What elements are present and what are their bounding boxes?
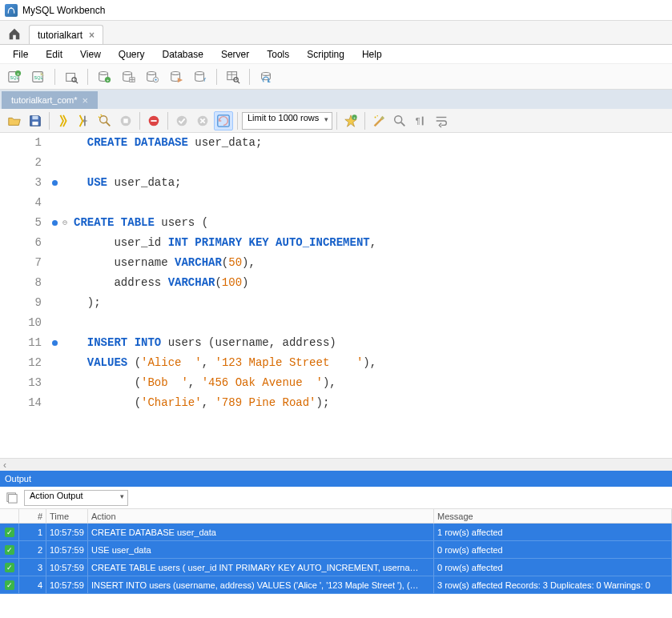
execute-icon[interactable] <box>54 111 73 130</box>
statement-marker <box>46 213 62 233</box>
db-add-icon[interactable]: + <box>95 67 114 86</box>
menu-query[interactable]: Query <box>111 46 153 62</box>
row-message: 0 row(s) affected <box>434 559 672 576</box>
output-row[interactable]: ✓310:57:59CREATE TABLE users ( user_id I… <box>0 559 672 576</box>
line-number: 13 <box>0 373 42 393</box>
stop-icon[interactable] <box>116 111 135 130</box>
horizontal-scroll-indicator[interactable]: ‹ <box>0 458 672 471</box>
code-line[interactable]: VALUES ('Alice ', '123 Maple Street '), <box>74 353 672 373</box>
row-num: 2 <box>19 541 46 558</box>
output-row[interactable]: ✓210:57:59USE user_data0 row(s) affected <box>0 541 672 559</box>
editor-tab-strip: tutorialkart_com* × <box>0 90 672 109</box>
rollback-icon[interactable] <box>193 111 212 130</box>
output-table: # Time Action Message ✓110:57:59CREATE D… <box>0 509 672 618</box>
output-row[interactable]: ✓410:57:59INSERT INTO users (username, a… <box>0 576 672 594</box>
db-view-icon[interactable] <box>143 67 162 86</box>
output-row[interactable]: ✓110:57:59CREATE DATABASE user_data1 row… <box>0 524 672 541</box>
code-line[interactable]: USE user_data; <box>74 173 672 193</box>
row-action: CREATE TABLE users ( user_id INT PRIMARY… <box>88 559 434 576</box>
sql-editor[interactable]: 1234567891011121314 ⊖ CREATE DATABASE us… <box>0 133 672 458</box>
svg-point-45 <box>377 114 378 115</box>
svg-point-19 <box>155 78 156 80</box>
svg-line-9 <box>75 81 78 83</box>
db-table-icon[interactable] <box>119 67 138 86</box>
code-line[interactable]: CREATE DATABASE user_data; <box>74 133 672 153</box>
invisible-chars-icon[interactable]: ¶ <box>411 111 430 130</box>
row-num: 4 <box>19 576 46 593</box>
home-button[interactable] <box>3 23 26 44</box>
save-icon[interactable] <box>26 111 45 130</box>
statement-marker <box>46 313 62 333</box>
explain-icon[interactable] <box>95 111 115 130</box>
toolbar-separator <box>249 69 250 85</box>
col-action: Action <box>88 509 434 523</box>
db-func-icon[interactable]: f <box>191 67 210 86</box>
svg-text:+: + <box>107 77 109 82</box>
status-cell: ✓ <box>0 541 19 558</box>
menu-server[interactable]: Server <box>213 46 257 62</box>
scroll-left-icon[interactable]: ‹ <box>3 459 6 471</box>
inspector-icon[interactable] <box>62 67 81 86</box>
wrap-icon[interactable] <box>432 111 451 130</box>
code-line[interactable]: ); <box>74 293 672 313</box>
output-type-select[interactable]: Action Output <box>24 490 128 506</box>
search-table-icon[interactable] <box>223 67 243 86</box>
db-proc-icon[interactable] <box>167 67 186 86</box>
code-line[interactable]: CREATE TABLE users ( <box>74 213 672 233</box>
stop-on-error-icon[interactable] <box>144 111 163 130</box>
connection-tab[interactable]: tutorialkart × <box>29 25 103 44</box>
code-line[interactable]: ('Bob ', '456 Oak Avenue '), <box>74 373 672 393</box>
svg-line-27 <box>237 81 239 83</box>
toolbar-separator <box>237 112 238 130</box>
row-limit-select[interactable]: Limit to 1000 rows <box>242 112 332 130</box>
execute-current-icon[interactable] <box>74 111 94 130</box>
menu-file[interactable]: File <box>5 46 36 62</box>
menu-edit[interactable]: Edit <box>38 46 70 62</box>
fold-toggle[interactable]: ⊖ <box>62 213 74 233</box>
reconnect-icon[interactable] <box>256 67 276 86</box>
code-line[interactable]: INSERT INTO users (username, address) <box>74 333 672 353</box>
output-controls: Action Output <box>0 487 672 509</box>
snippets-icon[interactable]: + <box>341 111 360 130</box>
code-line[interactable] <box>74 153 672 173</box>
find-icon[interactable] <box>390 111 409 130</box>
toolbar-separator <box>49 112 50 130</box>
code-line[interactable] <box>74 193 672 213</box>
code-line[interactable]: user_id INT PRIMARY KEY AUTO_INCREMENT, <box>74 233 672 253</box>
output-panel-header: Output <box>0 471 672 487</box>
code-line[interactable]: ('Charlie', '789 Pine Road'); <box>74 393 672 413</box>
menu-database[interactable]: Database <box>155 46 211 62</box>
code-content[interactable]: CREATE DATABASE user_data; USE user_data… <box>74 133 672 458</box>
menu-scripting[interactable]: Scripting <box>299 46 352 62</box>
svg-rect-29 <box>32 121 38 125</box>
close-icon[interactable]: × <box>82 94 89 106</box>
fold-toggle <box>62 153 74 173</box>
code-line[interactable] <box>74 313 672 333</box>
menu-help[interactable]: Help <box>354 46 390 62</box>
row-time: 10:57:59 <box>46 541 88 558</box>
output-layout-icon[interactable] <box>5 491 19 505</box>
line-number: 8 <box>0 273 42 293</box>
menu-view[interactable]: View <box>72 46 109 62</box>
row-limit-label: Limit to 1000 rows <box>247 113 319 122</box>
code-line[interactable]: username VARCHAR(50), <box>74 253 672 273</box>
code-line[interactable]: address VARCHAR(100) <box>74 273 672 293</box>
line-number: 10 <box>0 313 42 333</box>
editor-tab[interactable]: tutorialkart_com* × <box>2 91 98 109</box>
row-time: 10:57:59 <box>46 559 88 576</box>
close-icon[interactable]: × <box>89 30 95 41</box>
open-sql-file-icon[interactable]: SQL <box>29 67 48 86</box>
svg-rect-30 <box>32 115 38 119</box>
svg-text:¶: ¶ <box>416 115 421 125</box>
statement-dot-icon <box>52 220 58 226</box>
title-bar: MySQL Workbench <box>0 0 672 21</box>
status-cell: ✓ <box>0 524 19 540</box>
beautify-icon[interactable] <box>369 111 388 130</box>
open-file-icon[interactable] <box>5 111 24 130</box>
editor-tab-label: tutorialkart_com* <box>11 95 78 105</box>
new-sql-tab-icon[interactable]: SQL+ <box>5 67 24 86</box>
autocommit-toggle-icon[interactable] <box>214 111 233 130</box>
commit-icon[interactable] <box>172 111 191 130</box>
line-number: 2 <box>0 153 42 173</box>
menu-tools[interactable]: Tools <box>259 46 297 62</box>
